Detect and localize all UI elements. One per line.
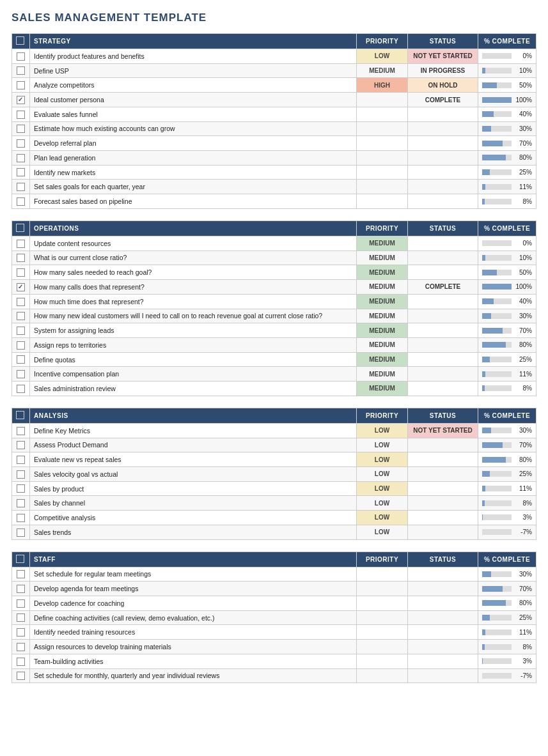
row-complete: 3%: [478, 511, 536, 525]
col-header-priority: PRIORITY: [357, 34, 408, 49]
row-complete: 80%: [478, 337, 536, 352]
row-checkbox[interactable]: [12, 452, 30, 467]
section-strategy: STRATEGYPRIORITYSTATUS% COMPLETEIdentify…: [12, 33, 536, 209]
progress-bar-bg: [482, 126, 512, 132]
row-checkbox[interactable]: [12, 165, 30, 180]
row-status: [408, 567, 478, 582]
row-checkbox[interactable]: [12, 567, 30, 582]
row-checkbox[interactable]: [12, 63, 30, 78]
row-complete: 70%: [478, 438, 536, 452]
row-checkbox[interactable]: [12, 236, 30, 251]
row-complete: 40%: [478, 107, 536, 121]
progress-bar-bg: [482, 629, 512, 635]
row-checkbox[interactable]: [12, 640, 30, 654]
table-row: Sales trendsLOW-7%: [12, 525, 536, 539]
progress-bar-fill: [482, 68, 485, 73]
row-checkbox[interactable]: [12, 582, 30, 596]
row-checkbox[interactable]: [12, 438, 30, 452]
progress-label: 10%: [514, 67, 532, 74]
progress-bar-bg: [482, 141, 512, 146]
row-priority: LOW: [357, 423, 408, 438]
row-checkbox[interactable]: [12, 309, 30, 323]
progress-bar-bg: [482, 658, 512, 664]
row-status: [408, 294, 478, 309]
progress-bar-fill: [482, 141, 503, 146]
row-checkbox[interactable]: [12, 107, 30, 121]
row-checkbox[interactable]: [12, 294, 30, 309]
row-label: Forecast sales based on pipeline: [30, 194, 357, 209]
row-checkbox[interactable]: ✓: [12, 280, 30, 295]
row-priority: [357, 640, 408, 654]
progress-bar-fill: [482, 199, 485, 204]
col-header-complete: % COMPLETE: [478, 408, 536, 423]
progress-bar-fill: [482, 111, 494, 117]
table-row: Sales velocity goal vs actualLOW25%: [12, 467, 536, 481]
row-checkbox[interactable]: ✓: [12, 93, 30, 107]
progress-bar-bg: [482, 298, 512, 304]
row-checkbox[interactable]: [12, 251, 30, 265]
row-label: How many sales needed to reach goal?: [30, 265, 357, 280]
row-label: Define quotas: [30, 352, 357, 367]
row-checkbox[interactable]: [12, 323, 30, 338]
row-checkbox[interactable]: [12, 367, 30, 382]
row-checkbox[interactable]: [12, 180, 30, 194]
row-complete: 11%: [478, 625, 536, 640]
row-checkbox[interactable]: [12, 467, 30, 481]
progress-bar-fill: [482, 658, 483, 664]
row-priority: [357, 654, 408, 668]
row-complete: 30%: [478, 309, 536, 323]
progress-bar-fill: [482, 313, 491, 319]
progress-bar-bg: [482, 313, 512, 319]
row-complete: -7%: [478, 668, 536, 683]
row-label: What is our current close ratio?: [30, 251, 357, 265]
row-checkbox[interactable]: [12, 423, 30, 438]
row-checkbox[interactable]: [12, 511, 30, 525]
row-priority: [357, 136, 408, 151]
table-row: Team-building activities3%: [12, 654, 536, 668]
row-checkbox[interactable]: [12, 337, 30, 352]
col-header-complete: % COMPLETE: [478, 34, 536, 49]
row-checkbox[interactable]: [12, 668, 30, 683]
progress-bar-fill: [482, 357, 490, 362]
row-checkbox[interactable]: [12, 654, 30, 668]
row-checkbox[interactable]: [12, 625, 30, 640]
row-complete: 70%: [478, 136, 536, 151]
progress-label: 25%: [514, 614, 532, 621]
row-status: [408, 525, 478, 539]
row-checkbox[interactable]: [12, 194, 30, 209]
progress-bar-bg: [482, 586, 512, 592]
row-checkbox[interactable]: [12, 49, 30, 64]
row-priority: [357, 596, 408, 611]
row-checkbox[interactable]: [12, 151, 30, 166]
table-row: Estimate how much existing accounts can …: [12, 121, 536, 136]
row-checkbox[interactable]: [12, 121, 30, 136]
progress-label: 70%: [514, 140, 532, 147]
progress-bar-bg: [482, 357, 512, 362]
row-checkbox[interactable]: [12, 525, 30, 539]
table-row: Develop agenda for team meetings70%: [12, 582, 536, 596]
row-status: [408, 582, 478, 596]
row-checkbox[interactable]: [12, 136, 30, 151]
row-checkbox[interactable]: [12, 78, 30, 93]
row-complete: 40%: [478, 294, 536, 309]
row-checkbox[interactable]: [12, 610, 30, 625]
row-checkbox[interactable]: [12, 352, 30, 367]
progress-bar-fill: [482, 371, 485, 377]
table-row: Forecast sales based on pipeline8%: [12, 194, 536, 209]
row-checkbox[interactable]: [12, 596, 30, 611]
row-label: Assess Product Demand: [30, 438, 357, 452]
row-label: Identify needed training resources: [30, 625, 357, 640]
row-label: How many new ideal customers will I need…: [30, 309, 357, 323]
progress-label: 11%: [514, 183, 532, 190]
row-checkbox[interactable]: [12, 265, 30, 280]
row-checkbox[interactable]: [12, 481, 30, 496]
table-row: How many new ideal customers will I need…: [12, 309, 536, 323]
progress-bar-bg: [482, 199, 512, 204]
progress-bar-fill: [482, 97, 512, 103]
progress-bar-fill: [482, 428, 491, 433]
row-checkbox[interactable]: [12, 382, 30, 396]
row-priority: LOW: [357, 438, 408, 452]
row-checkbox[interactable]: [12, 496, 30, 511]
progress-bar-bg: [482, 385, 512, 391]
row-status: [408, 309, 478, 323]
